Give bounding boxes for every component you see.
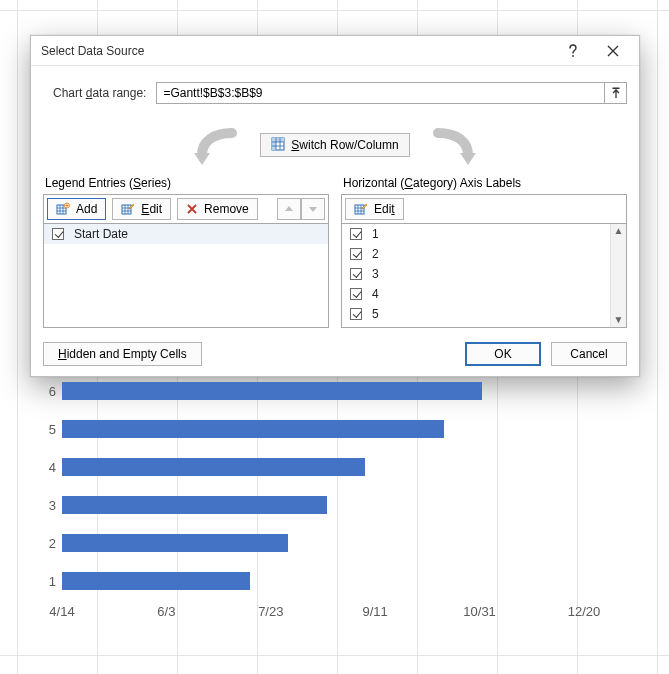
edit-series-button[interactable]: Edit — [112, 198, 171, 220]
edit-icon — [354, 202, 368, 216]
chart-range-label: Chart data range: — [53, 86, 146, 100]
checkbox-icon[interactable] — [350, 288, 362, 300]
dialog-titlebar: Select Data Source — [31, 36, 639, 66]
svg-rect-4 — [272, 138, 276, 150]
hidden-empty-cells-button[interactable]: Hidden and Empty Cells — [43, 342, 202, 366]
chart-range-input[interactable] — [156, 82, 605, 104]
chart-bar — [62, 420, 444, 438]
svg-point-0 — [572, 55, 574, 57]
switch-row-column-button[interactable]: Switch Row/Column — [260, 133, 409, 157]
dialog-title: Select Data Source — [41, 44, 553, 58]
add-icon — [56, 202, 70, 216]
add-series-button[interactable]: Add — [47, 198, 106, 220]
chart-bar — [62, 496, 327, 514]
bar-chart: 654321 4/146/37/239/1110/3112/20 — [32, 372, 598, 636]
list-item-label: 2 — [372, 247, 379, 261]
checkbox-icon[interactable] — [350, 268, 362, 280]
series-listbox[interactable]: Start Date — [43, 224, 329, 328]
y-tick-label: 5 — [49, 422, 56, 437]
list-item[interactable]: Start Date — [44, 224, 328, 244]
svg-rect-8 — [355, 205, 364, 214]
chart-bar — [62, 382, 482, 400]
edit-axis-label: Edit — [374, 202, 395, 216]
checkbox-icon[interactable] — [52, 228, 64, 240]
chart-bar — [62, 534, 288, 552]
x-tick-label: 10/31 — [463, 604, 496, 619]
axis-listbox[interactable]: 1 2 3 4 5 ▲ ▼ — [341, 224, 627, 328]
switch-row-column-label: Switch Row/Column — [291, 138, 398, 152]
scroll-up-icon[interactable]: ▲ — [614, 226, 624, 236]
x-tick-label: 6/3 — [157, 604, 175, 619]
x-tick-label: 12/20 — [568, 604, 601, 619]
scroll-down-icon[interactable]: ▼ — [614, 315, 624, 325]
x-tick-label: 7/23 — [258, 604, 283, 619]
chart-bar — [62, 458, 365, 476]
list-item[interactable]: 5 — [342, 304, 626, 324]
legend-toolbar: Add Edit Remove — [43, 194, 329, 224]
edit-icon — [121, 202, 135, 216]
select-data-source-dialog: Select Data Source Chart data range: — [30, 35, 640, 377]
y-tick-label: 3 — [49, 498, 56, 513]
list-item[interactable]: 2 — [342, 244, 626, 264]
move-up-button[interactable] — [277, 198, 301, 220]
edit-series-label: Edit — [141, 202, 162, 216]
close-button[interactable] — [593, 37, 633, 65]
swap-arrow-left-icon — [188, 127, 252, 163]
list-item-label: 3 — [372, 267, 379, 281]
switch-icon — [271, 137, 285, 154]
x-tick-label: 9/11 — [363, 604, 388, 619]
list-item-label: 4 — [372, 287, 379, 301]
add-label: Add — [76, 202, 97, 216]
list-item[interactable]: 1 — [342, 224, 626, 244]
list-item-label: Start Date — [74, 227, 128, 241]
remove-series-button[interactable]: Remove — [177, 198, 258, 220]
axis-toolbar: Edit — [341, 194, 627, 224]
svg-rect-1 — [612, 88, 619, 90]
x-tick-label: 4/14 — [49, 604, 74, 619]
remove-icon — [186, 203, 198, 215]
checkbox-icon[interactable] — [350, 228, 362, 240]
remove-label: Remove — [204, 202, 249, 216]
y-tick-label: 2 — [49, 536, 56, 551]
scrollbar[interactable]: ▲ ▼ — [610, 224, 626, 327]
legend-entries-title: Legend Entries (Series) — [45, 176, 329, 190]
ok-button[interactable]: OK — [465, 342, 541, 366]
list-item-label: 1 — [372, 227, 379, 241]
list-item[interactable]: 4 — [342, 284, 626, 304]
axis-labels-title: Horizontal (Category) Axis Labels — [343, 176, 627, 190]
swap-arrow-right-icon — [418, 127, 482, 163]
y-tick-label: 4 — [49, 460, 56, 475]
range-picker-button[interactable] — [605, 82, 627, 104]
checkbox-icon[interactable] — [350, 308, 362, 320]
help-button[interactable] — [553, 37, 593, 65]
chart-bar — [62, 572, 250, 590]
y-tick-label: 1 — [49, 574, 56, 589]
svg-rect-7 — [122, 205, 131, 214]
list-item-label: 5 — [372, 307, 379, 321]
cancel-button[interactable]: Cancel — [551, 342, 627, 366]
edit-axis-button[interactable]: Edit — [345, 198, 404, 220]
list-item[interactable]: 3 — [342, 264, 626, 284]
checkbox-icon[interactable] — [350, 248, 362, 260]
y-tick-label: 6 — [49, 384, 56, 399]
move-down-button[interactable] — [301, 198, 325, 220]
